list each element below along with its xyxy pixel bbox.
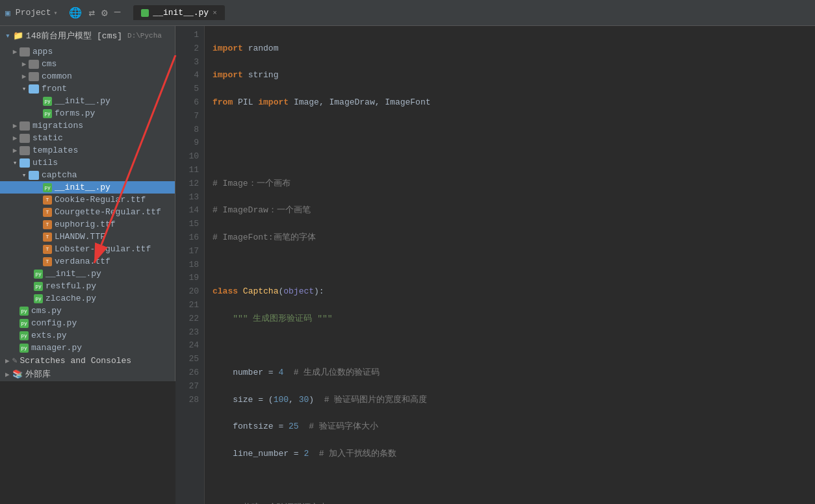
title-bar-left: ▣ Project ▾ 🌐 ⇄ ⚙ — [5, 6, 120, 19]
code-editor[interactable]: 12345 678910 1112131415 1617181920 21222… [175, 26, 815, 504]
zlcache-label: zlcache.py [45, 294, 96, 303]
front-forms-label: forms.py [55, 108, 95, 118]
sidebar-item-front-forms[interactable]: py forms.py [0, 107, 175, 120]
code-line-17 [213, 474, 807, 488]
external-label: 外部库 [25, 368, 51, 380]
sidebar-item-front-init[interactable]: py __init__.py [0, 95, 175, 107]
sidebar-item-common[interactable]: ▶ common [0, 70, 175, 82]
sidebar-item-captcha[interactable]: ▾ captcha [0, 169, 175, 181]
expand-utils: ▾ [10, 158, 19, 167]
sidebar-item-scratches[interactable]: ▶ ✎ Scratches and Consoles [0, 354, 175, 367]
templates-folder-icon [19, 146, 30, 155]
expand-static: ▶ [10, 134, 19, 142]
code-line-4 [213, 123, 807, 137]
migrations-label: migrations [32, 121, 83, 131]
tab-bar: __init__.py × [133, 5, 224, 20]
code-line-8: # ImageFont:画笔的字体 [213, 231, 807, 245]
front-label: front [42, 84, 67, 94]
lhandw-ttf-label: LHANDW.TTF [55, 232, 105, 242]
lobster-ttf-label: Lobster-Regular.ttf [55, 244, 151, 254]
sidebar-item-restful[interactable]: py restful.py [0, 280, 175, 292]
sidebar-item-lobster-ttf[interactable]: T Lobster-Regular.ttf [0, 243, 175, 255]
root-path: D:\Pycha [127, 32, 162, 40]
sidebar-item-utils[interactable]: ▾ utils [0, 157, 175, 169]
sidebar-item-euphorig-ttf[interactable]: T euphorig.ttf [0, 218, 175, 231]
expand-apps: ▶ [10, 47, 19, 56]
tab-close-button[interactable]: × [213, 9, 217, 17]
code-line-15: fontsize = 25 # 验证码字体大小 [213, 420, 807, 434]
templates-label: templates [32, 145, 78, 155]
exts-py-icon: py [19, 331, 29, 340]
sidebar-item-cookie-ttf[interactable]: T Cookie-Regular.ttf [0, 194, 175, 206]
sidebar-item-captcha-init[interactable]: py __init__.py [0, 181, 175, 194]
project-button[interactable]: ▣ Project ▾ [5, 8, 57, 18]
sidebar-item-config-py[interactable]: py config.py [0, 317, 175, 329]
front-folder-icon [29, 84, 39, 94]
sidebar-item-manager-py[interactable]: py manager.py [0, 342, 175, 354]
sidebar-item-static[interactable]: ▶ static [0, 132, 175, 144]
tab-file-icon [141, 9, 149, 17]
captcha-init-icon: py [43, 183, 52, 192]
cms-folder-icon [29, 60, 39, 69]
verdana-ttf-label: verdana.ttf [55, 257, 110, 266]
project-root[interactable]: ▾ 📁 148前台用户模型 [cms] D:\Pycha [0, 26, 175, 45]
code-area[interactable]: import random import string from PIL imp… [205, 26, 815, 504]
lobster-ttf-icon: T [43, 245, 52, 254]
front-forms-icon: py [43, 109, 52, 118]
sidebar-item-migrations[interactable]: ▶ migrations [0, 120, 175, 132]
migrations-folder-icon [19, 121, 30, 131]
code-line-7: # ImageDraw：一个画笔 [213, 204, 807, 218]
utils-folder-icon [19, 158, 30, 168]
exts-py-label: exts.py [31, 331, 67, 340]
sidebar-item-cms-py[interactable]: py cms.py [0, 305, 175, 317]
courgette-ttf-icon: T [43, 208, 52, 217]
captcha-folder-icon [29, 171, 39, 180]
root-folder-icon: 📁 [13, 31, 23, 41]
scratches-label: Scratches and Consoles [19, 356, 131, 366]
sync-icon[interactable]: ⇄ [88, 6, 95, 19]
static-folder-icon [19, 134, 30, 143]
code-line-6: # Image：一个画布 [213, 177, 807, 191]
sidebar-item-courgette-ttf[interactable]: T Courgette-Regular.ttf [0, 206, 175, 218]
code-line-5 [213, 150, 807, 164]
euphorig-ttf-label: euphorig.ttf [55, 220, 116, 229]
sidebar-item-front[interactable]: ▾ front [0, 82, 175, 95]
sidebar-item-lhandw-ttf[interactable]: T LHANDW.TTF [0, 231, 175, 243]
title-bar-icons: 🌐 ⇄ ⚙ — [69, 6, 120, 19]
main-content: ▾ 📁 148前台用户模型 [cms] D:\Pycha ▶ apps ▶ cm… [0, 26, 815, 504]
sidebar-item-exts-py[interactable]: py exts.py [0, 329, 175, 342]
expand-captcha: ▾ [19, 171, 29, 179]
sidebar-item-templates[interactable]: ▶ templates [0, 144, 175, 157]
external-icon: 📚 [12, 369, 23, 379]
project-label: Project [16, 8, 51, 18]
sidebar-item-cms[interactable]: ▶ cms [0, 58, 175, 70]
common-folder-icon [29, 72, 39, 81]
minimize-icon[interactable]: — [114, 6, 121, 19]
code-line-1: import random [213, 42, 807, 56]
expand-cms: ▶ [19, 60, 29, 68]
cookie-ttf-label: Cookie-Regular.ttf [55, 195, 146, 205]
sidebar-wrapper: ▾ 📁 148前台用户模型 [cms] D:\Pycha ▶ apps ▶ cm… [0, 26, 175, 504]
sidebar-item-verdana-ttf[interactable]: T verdana.ttf [0, 255, 175, 268]
tab-filename: __init__.py [153, 8, 209, 18]
globe-icon[interactable]: 🌐 [69, 6, 82, 19]
expand-migrations: ▶ [10, 121, 19, 130]
static-label: static [32, 133, 63, 143]
restful-icon: py [34, 282, 43, 291]
settings-icon[interactable]: ⚙ [101, 6, 108, 19]
sidebar-item-apps[interactable]: ▶ apps [0, 45, 175, 58]
euphorig-ttf-icon: T [43, 220, 52, 229]
expand-front: ▾ [19, 84, 29, 93]
apps-label: apps [32, 47, 53, 57]
line-numbers: 12345 678910 1112131415 1617181920 21222… [175, 26, 205, 504]
code-line-2: import string [213, 69, 807, 82]
active-tab[interactable]: __init__.py × [133, 5, 224, 20]
sidebar-item-zlcache[interactable]: py zlcache.py [0, 292, 175, 305]
manager-py-label: manager.py [31, 343, 82, 353]
sidebar-item-external[interactable]: ▶ 📚 外部库 [0, 367, 175, 381]
captcha-init-label: __init__.py [55, 183, 110, 192]
utils-label: utils [32, 158, 58, 168]
zlcache-icon: py [34, 294, 43, 303]
config-py-label: config.py [31, 318, 77, 328]
sidebar-item-utils-init[interactable]: py __init__.py [0, 268, 175, 280]
